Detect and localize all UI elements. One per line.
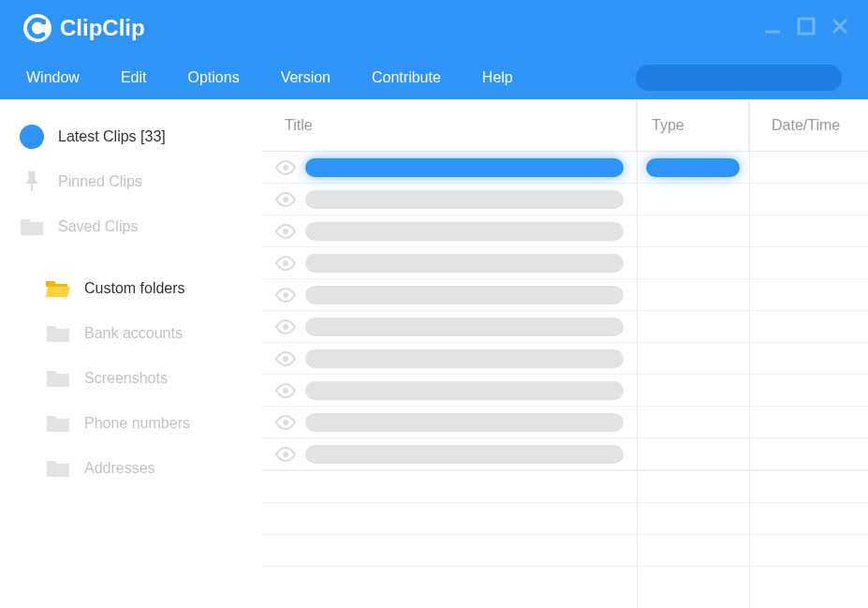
svg-point-13	[283, 356, 288, 362]
title-placeholder	[305, 254, 624, 273]
close-icon	[830, 16, 850, 37]
svg-point-16	[283, 452, 288, 457]
rows	[262, 152, 868, 470]
sidebar-item-label: Addresses	[84, 460, 155, 477]
table-row[interactable]	[262, 343, 868, 375]
type-placeholder	[646, 158, 740, 177]
search-input[interactable]	[636, 65, 842, 91]
sidebar-item-bank-accounts[interactable]: Bank accounts	[0, 311, 262, 356]
sidebar-item-label: Latest Clips [33]	[58, 128, 166, 145]
menu-window[interactable]: Window	[26, 69, 80, 86]
folder-open-icon	[45, 275, 71, 302]
eye-icon[interactable]	[275, 415, 296, 430]
clipclip-logo-icon	[22, 13, 52, 43]
svg-rect-1	[41, 20, 46, 24]
title-placeholder	[305, 413, 624, 432]
menu-version[interactable]: Version	[281, 69, 331, 86]
menu-options[interactable]: Options	[187, 69, 239, 86]
title-placeholder	[305, 158, 624, 177]
table-row[interactable]	[262, 438, 868, 470]
sidebar-item-custom-folders[interactable]: Custom folders	[0, 266, 262, 311]
title-placeholder	[305, 222, 624, 241]
window-controls	[759, 13, 853, 39]
table-row[interactable]	[262, 184, 868, 215]
sidebar-item-phone-numbers[interactable]: Phone numbers	[0, 401, 262, 446]
table-row[interactable]	[262, 215, 868, 247]
title-placeholder	[305, 445, 624, 464]
maximize-button[interactable]	[793, 13, 819, 39]
maximize-icon	[796, 16, 817, 37]
sidebar-item-label: Custom folders	[84, 280, 185, 297]
folder-icon	[45, 365, 71, 392]
minimize-button[interactable]	[759, 13, 786, 39]
sidebar-item-screenshots[interactable]: Screenshots	[0, 356, 262, 401]
eye-icon[interactable]	[275, 224, 296, 239]
column-header-title[interactable]: Title	[262, 117, 313, 134]
table-row[interactable]	[262, 247, 868, 279]
eye-icon[interactable]	[275, 447, 296, 462]
sidebar-item-addresses[interactable]: Addresses	[0, 446, 262, 491]
menu-edit[interactable]: Edit	[121, 69, 147, 86]
app-window: ClipClip Window Edit Options Version Con…	[0, 0, 868, 608]
sidebar-item-pinned-clips[interactable]: Pinned Clips	[0, 159, 262, 204]
folder-icon	[45, 320, 71, 347]
sidebar-item-latest-clips[interactable]: Latest Clips [33]	[0, 114, 262, 159]
svg-point-15	[283, 420, 288, 425]
svg-point-8	[283, 197, 288, 202]
menu-contribute[interactable]: Contribute	[372, 69, 441, 86]
title-placeholder	[305, 286, 624, 304]
column-header-datetime[interactable]: Date/Time	[772, 117, 840, 134]
sidebar: Latest Clips [33] Pinned Clips Saved Cli…	[0, 99, 262, 608]
title-placeholder	[305, 349, 624, 368]
table-row[interactable]	[262, 279, 868, 311]
table-row[interactable]	[262, 152, 868, 184]
close-button[interactable]	[827, 13, 853, 39]
title-placeholder	[305, 318, 624, 336]
column-header-type[interactable]: Type	[652, 117, 684, 134]
title-bar: ClipClip	[0, 0, 868, 56]
eye-icon[interactable]	[275, 160, 296, 175]
menu-bar: Window Edit Options Version Contribute H…	[0, 56, 868, 99]
eye-icon[interactable]	[275, 256, 296, 271]
sidebar-item-label: Saved Clips	[58, 218, 138, 235]
eye-icon[interactable]	[275, 288, 296, 303]
eye-icon[interactable]	[275, 192, 296, 207]
svg-point-9	[283, 229, 288, 234]
clip-list: Title Type Date/Time	[262, 99, 868, 608]
column-headers: Title Type Date/Time	[262, 99, 868, 152]
folder-icon	[45, 410, 71, 437]
table-row[interactable]	[262, 375, 868, 407]
svg-rect-3	[799, 19, 814, 34]
sidebar-item-label: Phone numbers	[84, 415, 190, 432]
folder-icon	[19, 214, 45, 240]
svg-point-7	[283, 165, 288, 171]
eye-icon[interactable]	[275, 351, 296, 366]
app-title: ClipClip	[60, 15, 145, 41]
svg-point-11	[283, 292, 288, 298]
folder-icon	[45, 455, 71, 482]
svg-point-10	[283, 260, 288, 266]
column-divider	[637, 99, 638, 608]
sidebar-item-label: Bank accounts	[84, 325, 183, 342]
svg-point-12	[283, 324, 288, 330]
empty-rows	[262, 470, 868, 567]
eye-icon[interactable]	[275, 383, 296, 398]
minimize-icon	[762, 16, 783, 37]
title-placeholder	[305, 190, 624, 209]
menu-help[interactable]: Help	[482, 69, 513, 86]
eye-icon[interactable]	[275, 319, 296, 334]
table-row[interactable]	[262, 407, 868, 438]
pin-icon	[19, 169, 45, 195]
app-logo: ClipClip	[22, 13, 145, 43]
svg-rect-6	[31, 184, 33, 191]
table-row[interactable]	[262, 311, 868, 343]
dot-icon	[19, 124, 45, 150]
sidebar-item-label: Screenshots	[84, 370, 168, 387]
title-placeholder	[305, 381, 624, 400]
column-divider	[749, 99, 750, 608]
app-body: Latest Clips [33] Pinned Clips Saved Cli…	[0, 99, 868, 608]
svg-point-14	[283, 388, 288, 393]
sidebar-item-saved-clips[interactable]: Saved Clips	[0, 204, 262, 249]
sidebar-item-label: Pinned Clips	[58, 173, 142, 190]
